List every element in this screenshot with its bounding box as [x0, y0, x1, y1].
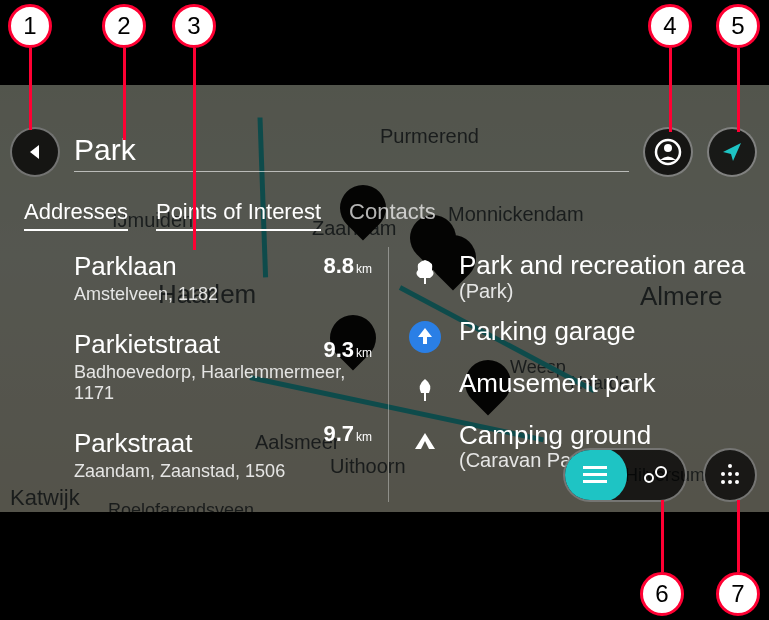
- address-subtitle: Badhoevedorp, Haarlemmermeer, 1171: [74, 362, 376, 404]
- callout-3: 3: [172, 4, 216, 48]
- svg-point-15: [735, 480, 739, 484]
- svg-rect-6: [583, 480, 607, 483]
- result-tabs: Addresses Points of Interest Contacts: [24, 199, 436, 231]
- keyboard-button[interactable]: [703, 448, 757, 502]
- poi-title: Park and recreation area: [459, 251, 757, 280]
- search-query-text: Park: [74, 133, 136, 166]
- navigate-arrow-icon: [719, 139, 745, 165]
- list-view-toggle[interactable]: [563, 448, 627, 502]
- screen: Purmerend IJmuiden Zaandam Monnickendam …: [0, 85, 769, 512]
- svg-rect-5: [583, 473, 607, 476]
- poi-title: Parking garage: [459, 317, 757, 346]
- camping-tent-icon: [407, 423, 443, 459]
- address-result-item[interactable]: 9.7km Parkstraat Zaandam, Zaanstad, 1506: [74, 428, 376, 482]
- back-arrow-icon: [25, 142, 45, 162]
- poi-title: Camping ground: [459, 421, 757, 450]
- callout-line: [29, 48, 32, 130]
- address-distance: 9.7km: [323, 421, 372, 447]
- callout-line: [669, 48, 672, 132]
- navigate-button[interactable]: [707, 127, 757, 177]
- addresses-column: 8.8km Parklaan Amstelveen, 1182 9.3km Pa…: [0, 243, 388, 512]
- tab-addresses[interactable]: Addresses: [24, 199, 128, 231]
- callout-6: 6: [640, 572, 684, 616]
- callout-line: [193, 48, 196, 250]
- address-distance: 8.8km: [323, 253, 372, 279]
- view-toggle[interactable]: [563, 448, 687, 502]
- svg-point-7: [645, 474, 653, 482]
- svg-point-13: [721, 480, 725, 484]
- svg-point-10: [721, 472, 725, 476]
- svg-rect-4: [583, 466, 607, 469]
- park-tree-icon: [407, 253, 443, 289]
- search-input[interactable]: Park: [74, 133, 629, 172]
- amusement-icon: [407, 371, 443, 407]
- svg-point-12: [735, 472, 739, 476]
- callout-line: [661, 500, 664, 572]
- back-button[interactable]: [10, 127, 60, 177]
- address-distance: 9.3km: [323, 337, 372, 363]
- callout-2: 2: [102, 4, 146, 48]
- tab-poi[interactable]: Points of Interest: [156, 199, 321, 231]
- callout-line: [737, 48, 740, 132]
- callout-line: [737, 500, 740, 572]
- address-subtitle: Amstelveen, 1182: [74, 284, 376, 305]
- poi-result-item[interactable]: Park and recreation area (Park): [407, 251, 757, 303]
- profile-button[interactable]: [643, 127, 693, 177]
- svg-point-1: [664, 144, 672, 152]
- user-circle-icon: [653, 137, 683, 167]
- poi-subtitle: (Park): [459, 280, 757, 303]
- pins-icon: [641, 464, 669, 486]
- poi-result-item[interactable]: Amusement park: [407, 369, 757, 407]
- callout-1: 1: [8, 4, 52, 48]
- list-icon: [583, 466, 607, 484]
- callout-4: 4: [648, 4, 692, 48]
- address-result-item[interactable]: 9.3km Parkietstraat Badhoevedorp, Haarle…: [74, 329, 376, 404]
- svg-point-9: [728, 464, 732, 468]
- svg-point-14: [728, 480, 732, 484]
- address-result-item[interactable]: 8.8km Parklaan Amstelveen, 1182: [74, 251, 376, 305]
- poi-result-item[interactable]: Parking garage: [407, 317, 757, 355]
- svg-point-11: [728, 472, 732, 476]
- keypad-icon: [715, 460, 745, 490]
- bottom-controls: [563, 448, 757, 502]
- svg-point-8: [656, 467, 666, 477]
- tab-contacts[interactable]: Contacts: [349, 199, 436, 231]
- poi-title: Amusement park: [459, 369, 757, 398]
- parking-icon: [407, 319, 443, 355]
- svg-rect-3: [424, 393, 426, 401]
- address-subtitle: Zaandam, Zaanstad, 1506: [74, 461, 376, 482]
- callout-line: [123, 48, 126, 140]
- callout-5: 5: [716, 4, 760, 48]
- map-view-toggle[interactable]: [625, 450, 685, 500]
- callout-7: 7: [716, 572, 760, 616]
